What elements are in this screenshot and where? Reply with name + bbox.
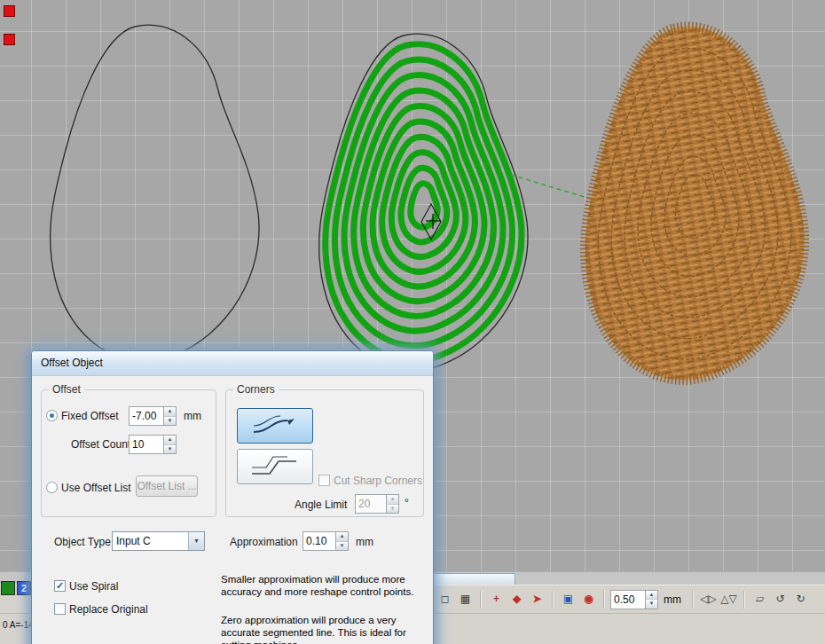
- approximation-unit: mm: [356, 536, 373, 548]
- stitch-length-unit: mm: [664, 593, 681, 606]
- toolbar-separator: [603, 591, 605, 609]
- stitched-object[interactable]: [585, 27, 804, 380]
- travel-icon[interactable]: ➤: [528, 590, 546, 609]
- use-spiral-checkbox[interactable]: ✓: [54, 580, 66, 592]
- use-spiral-label: Use Spiral: [69, 580, 118, 593]
- entry-point-icon[interactable]: ▣: [559, 590, 578, 609]
- spinner-down-icon[interactable]: ▼: [164, 445, 176, 454]
- spinner-up-icon[interactable]: ▲: [336, 532, 348, 542]
- stitch-marker-icon[interactable]: ◆: [507, 590, 526, 609]
- angle-limit-spinner: ▲ ▼: [355, 494, 399, 514]
- replace-original-label: Replace Original: [69, 603, 148, 616]
- object-type-label: Object Type: [54, 536, 111, 548]
- toolbar-separator: [743, 591, 745, 609]
- angle-limit-input[interactable]: [355, 494, 387, 514]
- rotate-cw-icon[interactable]: ↻: [791, 590, 810, 609]
- stitch-length-spinner: ▲ ▼: [610, 590, 658, 609]
- offset-count-label: Offset Count: [71, 438, 130, 451]
- approximation-input[interactable]: [302, 531, 336, 551]
- offset-result-object[interactable]: [319, 34, 528, 371]
- spinner-down-icon[interactable]: ▼: [387, 505, 398, 514]
- fixed-offset-unit: mm: [184, 410, 201, 422]
- offset-group: Offset Fixed Offset ▲ ▼ mm Offset Count …: [41, 389, 216, 517]
- fixed-offset-label: Fixed Offset: [61, 410, 118, 422]
- round-corner-style-icon: [248, 414, 302, 437]
- status-text: 0 A=-14: [3, 620, 34, 630]
- rotate-ccw-icon[interactable]: ↺: [771, 590, 790, 609]
- app-window: ◻ ▦ + ◆ ➤ ▣ ◉ ▲ ▼ mm ◁▷ △▽ ▱ ↺ ↻ 0 A=-14…: [0, 0, 825, 644]
- object-type-select[interactable]: Input C ▼: [112, 531, 205, 551]
- replace-original-checkbox[interactable]: [54, 603, 66, 615]
- cut-sharp-corners-label: Cut Sharp Corners: [334, 475, 422, 487]
- toolbar-separator: [692, 591, 694, 609]
- skew-icon[interactable]: ▱: [750, 590, 769, 609]
- ruler-marker-icon: [4, 34, 15, 45]
- spinner-down-icon[interactable]: ▼: [646, 600, 657, 609]
- offset-list-button[interactable]: Offset List ...: [136, 475, 198, 497]
- stitch-length-input[interactable]: [610, 590, 646, 609]
- dialog-titlebar[interactable]: Offset Object: [32, 351, 433, 376]
- offset-group-label: Offset: [49, 383, 84, 396]
- object-type-value: Input C: [113, 532, 188, 550]
- scrollbar-thumb[interactable]: [432, 573, 515, 585]
- fixed-offset-spinner: ▲ ▼: [129, 406, 177, 426]
- angle-limit-label: Angle Limit: [295, 499, 347, 511]
- source-outline-object[interactable]: [51, 25, 259, 362]
- offset-count-input[interactable]: [129, 435, 164, 454]
- mirror-horizontal-icon[interactable]: ◁▷: [699, 590, 718, 609]
- use-offset-list-label: Use Offset List: [61, 482, 130, 494]
- fixed-offset-input[interactable]: [129, 406, 164, 426]
- round-corner-style-button[interactable]: [237, 408, 313, 444]
- mirror-vertical-icon[interactable]: △▽: [719, 590, 738, 609]
- spinner-up-icon[interactable]: ▲: [646, 591, 657, 601]
- fixed-offset-radio[interactable]: [46, 410, 58, 421]
- spinner-up-icon[interactable]: ▲: [387, 495, 398, 505]
- insert-stitch-icon[interactable]: +: [487, 590, 506, 609]
- use-offset-list-radio[interactable]: [46, 482, 58, 493]
- corners-group-label: Corners: [233, 383, 279, 396]
- sharp-corner-style-button[interactable]: [237, 449, 313, 484]
- toolbar-separator: [480, 591, 482, 609]
- exit-point-icon[interactable]: ◉: [579, 590, 598, 609]
- ruler-marker-icon: [4, 5, 15, 17]
- color-chip-2[interactable]: 2: [17, 581, 31, 595]
- color-chip-1[interactable]: [1, 581, 15, 595]
- angle-limit-unit: °: [405, 497, 409, 509]
- spinner-down-icon[interactable]: ▼: [336, 542, 348, 551]
- spinner-down-icon[interactable]: ▼: [164, 417, 176, 426]
- spinner-up-icon[interactable]: ▲: [164, 407, 176, 417]
- approximation-spinner: ▲ ▼: [302, 531, 349, 551]
- offset-count-spinner: ▲ ▼: [129, 435, 177, 454]
- dropdown-arrow-icon[interactable]: ▼: [188, 532, 204, 550]
- approximation-note-2: Zero approximation will produce a very a…: [221, 614, 420, 644]
- toolbar-separator: [552, 591, 554, 609]
- spinner-up-icon[interactable]: ▲: [164, 436, 176, 445]
- node-edit-icon[interactable]: ◻: [436, 590, 454, 609]
- cut-sharp-corners-checkbox[interactable]: [318, 475, 330, 486]
- approximation-label: Approximation: [230, 536, 298, 548]
- approximation-note-1: Smaller approximation will produce more …: [221, 573, 420, 598]
- offset-object-dialog: Offset Object Offset Fixed Offset ▲ ▼ mm…: [31, 350, 434, 644]
- corners-group: Corners Cut Sharp Corners Angle Limit: [225, 389, 424, 517]
- sharp-corner-style-icon: [248, 455, 302, 478]
- stitch-list-icon[interactable]: ▦: [456, 590, 475, 609]
